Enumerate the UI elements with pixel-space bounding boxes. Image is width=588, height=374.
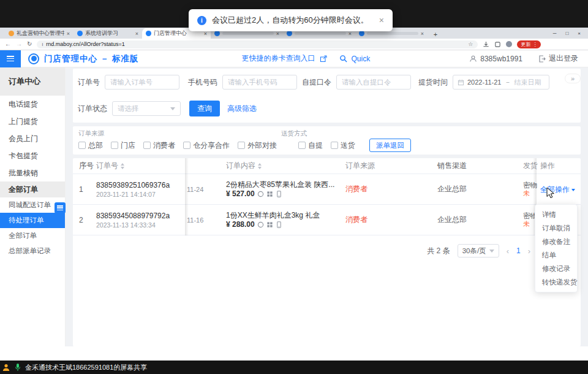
- download-icon[interactable]: [483, 41, 489, 48]
- browser-tab-gift-center[interactable]: 礼盒营销中心管理中心 ×: [5, 28, 74, 39]
- menu-item-edit-history[interactable]: 修改记录: [535, 262, 577, 275]
- menu-item-edit-note[interactable]: 修改备注: [535, 235, 577, 248]
- cell-channel: 企业总部: [437, 184, 523, 194]
- sidebar-item-phone-pickup[interactable]: 电话提货: [0, 96, 65, 113]
- extensions-icon[interactable]: [494, 41, 501, 48]
- back-icon[interactable]: ←: [5, 41, 11, 47]
- checkbox-external[interactable]: 外部对接: [238, 140, 277, 151]
- bookmark-star-icon[interactable]: ☆: [468, 41, 473, 47]
- date-end-placeholder[interactable]: 结束日期: [514, 78, 541, 87]
- window-minimize-icon[interactable]: ─: [553, 31, 557, 36]
- person-icon: [2, 363, 10, 372]
- checkbox-warehouse-share[interactable]: 仓分享合作: [183, 140, 230, 151]
- coupon-query-link[interactable]: 更快捷的券卡查询入口: [242, 53, 315, 64]
- checkbox-delivery[interactable]: 送货: [331, 140, 355, 151]
- source-badge: 消费者: [345, 215, 368, 224]
- tab-close-icon[interactable]: ×: [67, 31, 70, 37]
- sidebar-toggle-button[interactable]: [0, 50, 21, 67]
- menu-item-cancel-order[interactable]: 订单取消: [535, 221, 577, 235]
- pickup-code-input[interactable]: [336, 75, 411, 90]
- quick-search-label[interactable]: Quick: [352, 55, 371, 63]
- tab-close-icon[interactable]: ×: [421, 31, 424, 37]
- page-size-select[interactable]: 30条/页: [458, 244, 499, 258]
- sidebar-item-door-pickup[interactable]: 上门提货: [0, 113, 65, 130]
- current-page[interactable]: 1: [516, 246, 521, 255]
- browser-profile-avatar[interactable]: [506, 41, 512, 47]
- order-row-1[interactable]: 1 83859389251069376a 2023-11-21 14:14:07…: [73, 174, 581, 205]
- checkbox-hq[interactable]: 总部: [78, 140, 103, 151]
- checkbox-consumer[interactable]: 消费者: [143, 140, 175, 151]
- username[interactable]: 8385wb1991: [480, 55, 522, 63]
- tab-close-icon[interactable]: ×: [204, 31, 207, 37]
- logout-icon[interactable]: [538, 55, 546, 63]
- toast-close-icon[interactable]: ×: [379, 15, 384, 25]
- next-page-button[interactable]: ›: [528, 246, 530, 256]
- checkbox-label: 外部对接: [247, 140, 277, 151]
- url-field[interactable]: i rnd.maboy.cn/AllOrder?status=1 ☆: [37, 40, 478, 48]
- sidebar-item-hq-dispatch-records[interactable]: 总部派单记录: [0, 243, 65, 259]
- logout-button[interactable]: 退出登录: [549, 53, 578, 64]
- sidebar-group-all-orders[interactable]: 全部订单: [0, 181, 65, 197]
- date-start-value[interactable]: 2022-11-21: [467, 78, 501, 86]
- panel-collapse-button[interactable]: »: [565, 74, 581, 83]
- external-link-icon[interactable]: [320, 55, 327, 63]
- checkbox-label: 总部: [88, 140, 103, 151]
- sidebar-expand-handle[interactable]: [55, 202, 66, 213]
- checkbox-icon: [331, 142, 338, 149]
- phone-input[interactable]: [222, 75, 297, 90]
- source-checkbox-row: 总部 门店 消费者 仓分享合作 外部对接 自提 送货 派单退回: [78, 139, 411, 152]
- checkbox-label: 门店: [121, 140, 135, 151]
- checkbox-self-pickup[interactable]: 自提: [298, 140, 323, 151]
- orders-table-card: 序号 订单号 订单内容 订单来源 销售渠道 发货 操作: [73, 158, 581, 346]
- col-header-order-no[interactable]: 订单号: [96, 161, 185, 171]
- order-row-2[interactable]: 2 83859345088979792a 2023-11-13 14:33:34…: [73, 205, 581, 235]
- window-close-icon[interactable]: ×: [578, 31, 581, 36]
- new-tab-button[interactable]: +: [431, 29, 440, 39]
- menu-item-express-ship[interactable]: 转快递发货: [535, 275, 577, 289]
- menu-item-detail[interactable]: 详情: [535, 208, 577, 221]
- window-maximize-icon[interactable]: □: [565, 31, 568, 36]
- chevron-down-icon: [170, 107, 175, 110]
- dispatch-return-button[interactable]: 派单退回: [369, 139, 411, 152]
- site-info-icon[interactable]: i: [42, 42, 43, 47]
- row-actions-dropdown-trigger[interactable]: 全部操作: [540, 185, 575, 195]
- tab-close-icon[interactable]: ×: [276, 31, 279, 37]
- search-button[interactable]: 查询: [189, 101, 220, 116]
- reload-icon[interactable]: ↻: [27, 41, 32, 47]
- col-header-label: 订单号: [96, 161, 118, 171]
- sidebar-item-all-orders[interactable]: 全部订单: [0, 228, 65, 243]
- actions-dropdown-menu: 详情 订单取消 修改备注 结单 修改记录 转快递发货: [535, 204, 578, 292]
- tab-close-icon[interactable]: ×: [349, 31, 352, 37]
- checkbox-store[interactable]: 门店: [111, 140, 135, 151]
- order-status-select[interactable]: 请选择: [112, 101, 181, 116]
- window-controls: ─ □ ×: [553, 31, 588, 39]
- sidebar-item-pending-orders[interactable]: 待处理订单: [0, 213, 65, 228]
- sidebar-item-card-pickup[interactable]: 卡包提货: [0, 147, 65, 164]
- circle-badge-icon: [257, 221, 264, 228]
- tab-close-icon[interactable]: ×: [135, 31, 138, 37]
- sidebar-item-batch-verify[interactable]: 批量核销: [0, 164, 65, 181]
- cell-seq: 1: [73, 185, 96, 194]
- browser-menu-kebab-icon[interactable]: ⋮: [532, 42, 537, 47]
- search-icon[interactable]: [339, 55, 347, 63]
- order-source-label: 订单来源: [78, 129, 104, 138]
- order-no-label: 订单号: [78, 77, 100, 88]
- prev-page-button[interactable]: ‹: [507, 246, 509, 256]
- microphone-icon[interactable]: [14, 363, 21, 372]
- order-no-input[interactable]: [105, 75, 179, 90]
- url-text: rnd.maboy.cn/AllOrder?status=1: [46, 41, 125, 47]
- sort-icon[interactable]: [258, 163, 262, 169]
- header-quick-area: 更快捷的券卡查询入口 Quick: [242, 53, 371, 64]
- col-header-content[interactable]: 订单内容: [226, 161, 345, 171]
- menu-item-close-order[interactable]: 结单: [535, 248, 577, 262]
- forward-icon[interactable]: →: [16, 41, 22, 47]
- cell-source: 消费者: [345, 215, 437, 225]
- sidebar-group-order-center[interactable]: 订单中心: [0, 67, 65, 96]
- date-range-picker[interactable]: 2022-11-21 － 结束日期: [453, 75, 549, 90]
- cell-source: 消费者: [345, 184, 437, 194]
- browser-update-button[interactable]: 更新 ⋮: [517, 40, 541, 48]
- advanced-filter-link[interactable]: 高级筛选: [227, 104, 257, 114]
- sort-icon[interactable]: [121, 163, 124, 169]
- browser-tab-training[interactable]: 系统培训学习 ×: [74, 28, 142, 39]
- sidebar-item-member-visit[interactable]: 会员上门: [0, 130, 65, 147]
